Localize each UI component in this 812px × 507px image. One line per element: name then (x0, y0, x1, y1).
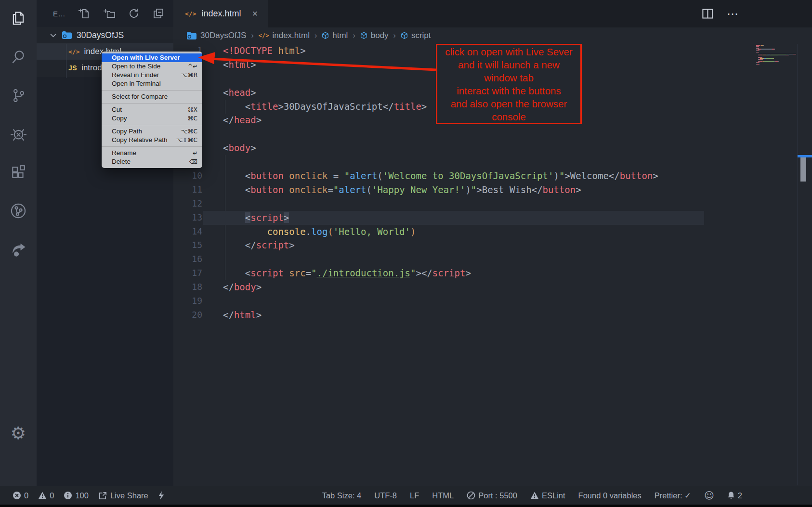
menu-item-open-with-live-server[interactable]: Open with Live Server (102, 53, 202, 62)
activity-source-control[interactable] (0, 87, 37, 106)
menu-item-copy[interactable]: Copy⌘C (102, 114, 202, 123)
menu-item-label: Select for Compare (112, 92, 168, 101)
menu-item-open-in-terminal[interactable]: Open in Terminal (102, 79, 202, 88)
status-prettier[interactable]: Prettier: ✓ (655, 491, 691, 500)
split-editor-icon[interactable] (701, 7, 714, 20)
status-0[interactable]: 0 (38, 491, 54, 500)
code-line-11[interactable]: 11 <button onclick="alert('Happy New Yea… (173, 183, 812, 197)
tree-item-label: 30DaysOfJS (77, 30, 124, 40)
js-icon: JS (68, 64, 77, 72)
status-2[interactable]: 2 (727, 491, 742, 500)
minimap[interactable] (756, 45, 796, 65)
status-tab-size-4[interactable]: Tab Size: 4 (322, 491, 362, 500)
code-text: <body> (223, 141, 256, 155)
scrollbar-handle[interactable] (800, 157, 806, 182)
breadcrumb-index-html[interactable]: </>index.html (259, 31, 310, 40)
annotation-line: click on open with Live Sever (445, 45, 572, 58)
status-html[interactable]: HTML (432, 491, 454, 500)
lightning-icon (158, 491, 165, 500)
breadcrumb-separator: › (393, 31, 397, 40)
minimap-separator (797, 44, 798, 485)
info-icon (64, 491, 72, 500)
breadcrumb-30daysofjs[interactable]: 30DaysOfJS (186, 31, 246, 40)
context-menu: Open with Live ServerOpen to the Side^↵R… (102, 52, 202, 168)
code-line-17[interactable]: 17 <script src="./introduction.js"></scr… (173, 266, 812, 280)
activity-extensions[interactable] (0, 164, 37, 183)
html-icon: </> (185, 10, 196, 17)
menu-item-copy-relative-path[interactable]: Copy Relative Path⌥⇧⌘C (102, 136, 202, 144)
folder-icon (62, 31, 72, 39)
search-icon (10, 49, 26, 67)
menu-item-label: Delete (112, 157, 131, 166)
menu-item-copy-path[interactable]: Copy Path⌥⌘C (102, 127, 202, 136)
activity-run-debug[interactable] (0, 125, 37, 144)
line-number: 11 (173, 183, 202, 197)
code-line-15[interactable]: 15 </script> (173, 238, 812, 252)
code-line-7[interactable]: 7 (173, 127, 812, 141)
collapse-all-icon[interactable] (153, 8, 164, 19)
code-line-12[interactable]: 12 (173, 197, 812, 211)
ellipsis-icon[interactable]: ⋯ (727, 7, 739, 21)
code-line-18[interactable]: 18</body> (173, 280, 812, 294)
refresh-icon[interactable] (128, 8, 140, 19)
tree-item-30daysofjs[interactable]: 30DaysOfJS (37, 27, 173, 43)
folder-icon (186, 31, 197, 40)
gear-icon[interactable]: ⚙ (0, 424, 37, 443)
code-text: </body> (223, 280, 262, 294)
status-0[interactable]: 0 (13, 491, 28, 500)
menu-item-reveal-in-finder[interactable]: Reveal in Finder⌥⌘R (102, 71, 202, 79)
live-share-icon (98, 491, 107, 500)
code-line-8[interactable]: 8<body> (173, 141, 812, 155)
code-line-14[interactable]: 14 console.log('Hello, World') (173, 225, 812, 239)
status-utf-8[interactable]: UTF-8 (374, 491, 397, 500)
code-text: <button onclick = "alert('Welcome to 30D… (223, 169, 658, 183)
status-label: 100 (75, 491, 89, 500)
code-line-10[interactable]: 10 <button onclick = "alert('Welcome to … (173, 169, 812, 183)
status-lightning-icon[interactable] (158, 491, 165, 500)
chevron-down-icon (49, 31, 57, 39)
menu-item-select-for-compare[interactable]: Select for Compare (102, 92, 202, 101)
new-folder-icon[interactable] (103, 8, 115, 20)
status-100[interactable]: 100 (64, 491, 89, 500)
menu-separator (102, 103, 202, 104)
bell-icon (727, 491, 735, 500)
breadcrumb-separator: › (314, 31, 318, 40)
status-smiley-icon[interactable]: ☺ (704, 490, 714, 501)
status-label: Found 0 variables (578, 491, 642, 500)
code-line-19[interactable]: 19 (173, 294, 812, 308)
line-number: 18 (173, 280, 202, 294)
code-line-9[interactable]: 9 (173, 155, 812, 169)
menu-item-cut[interactable]: Cut⌘X (102, 105, 202, 114)
vscode-window: ⚙ E… 30DaysOfJS</>index.htmlJSintroducti… (0, 0, 812, 507)
breadcrumb-script[interactable]: script (401, 31, 431, 40)
status-live-share[interactable]: Live Share (98, 491, 148, 500)
line-number: 14 (173, 225, 202, 239)
status-port-5500[interactable]: Port : 5500 (467, 491, 517, 500)
menu-item-open-to-the-side[interactable]: Open to the Side^↵ (102, 62, 202, 71)
menu-item-delete[interactable]: Delete⌫ (102, 157, 202, 166)
breadcrumb-label: body (371, 31, 389, 40)
close-icon[interactable]: × (252, 8, 258, 19)
breadcrumb-body[interactable]: body (360, 31, 389, 40)
activity-git-graph[interactable] (0, 202, 37, 221)
tab-index-html[interactable]: </> index.html × (173, 0, 268, 27)
status-found-0-variables[interactable]: Found 0 variables (578, 491, 642, 500)
menu-item-shortcut: ⌥⇧⌘C (176, 136, 197, 144)
new-file-icon[interactable] (78, 8, 90, 20)
status-lf[interactable]: LF (410, 491, 419, 500)
activity-explorer[interactable] (0, 10, 37, 29)
menu-item-shortcut: ⌘X (188, 105, 197, 114)
breadcrumb-label: html (332, 31, 348, 40)
annotation-box: click on open with Live Severand it will… (436, 44, 582, 124)
code-line-13[interactable]: 13 <script> (173, 211, 812, 225)
code-text: </html> (223, 308, 262, 322)
code-line-20[interactable]: 20</html> (173, 308, 812, 322)
activity-search[interactable] (0, 48, 37, 67)
menu-item-rename[interactable]: Rename↵ (102, 149, 202, 157)
status-eslint[interactable]: ESLint (530, 491, 565, 500)
menu-item-shortcut: ↵ (193, 149, 197, 157)
code-line-16[interactable]: 16 (173, 252, 812, 266)
activity-live-share[interactable] (0, 241, 37, 260)
menu-item-shortcut: ^↵ (188, 62, 197, 71)
breadcrumb-html[interactable]: html (322, 31, 348, 40)
